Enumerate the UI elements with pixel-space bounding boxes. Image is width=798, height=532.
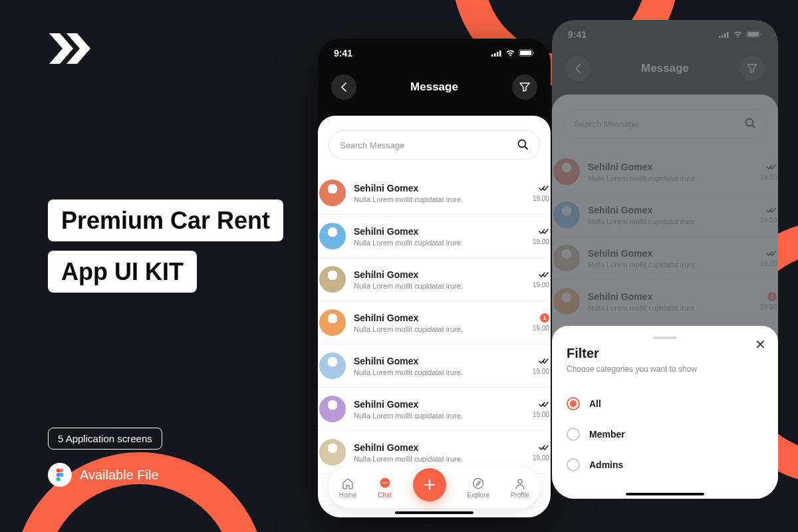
available-label: Available File: [80, 467, 159, 483]
tab-chat[interactable]: Chat: [378, 477, 392, 499]
svg-point-4: [57, 477, 61, 481]
radio-label: Member: [589, 429, 625, 440]
chat-row[interactable]: Sehilni Gomex Nulla Lorem mollit cupidat…: [318, 215, 551, 258]
chat-time: 19.00: [533, 325, 549, 332]
status-bar: 9:41: [318, 39, 551, 68]
search-icon: [517, 138, 529, 152]
profile-icon: [513, 477, 527, 490]
svg-point-1: [59, 468, 63, 472]
radio-icon: [567, 428, 580, 441]
figma-icon: [48, 463, 72, 487]
wifi-icon: [505, 48, 515, 59]
chat-time: 19.00: [533, 411, 549, 418]
home-icon: [341, 477, 354, 490]
chat-name: Sehilni Gomex: [354, 399, 525, 410]
avatar: [319, 266, 346, 293]
search-placeholder: Search Message: [340, 140, 405, 150]
screens-count-badge: 5 Application screens: [48, 428, 162, 450]
svg-point-12: [519, 140, 526, 147]
filter-option[interactable]: Member: [567, 419, 763, 450]
tab-label: Chat: [378, 491, 392, 499]
radio-label: Admins: [589, 460, 623, 470]
filter-title: Filter: [567, 346, 763, 361]
svg-point-15: [384, 482, 386, 483]
chat-time: 19.00: [533, 281, 549, 289]
tab-explore[interactable]: Explore: [467, 477, 489, 499]
chat-name: Sehilni Gomex: [354, 442, 525, 453]
chat-name: Sehilni Gomex: [354, 356, 525, 366]
search-input[interactable]: Search Message: [329, 130, 540, 160]
avatar: [319, 180, 346, 206]
chat-icon: [378, 477, 392, 490]
chat-preview: Nulla Lorem mollit cupidatat irure.: [354, 282, 525, 290]
filter-option[interactable]: Admins: [567, 450, 763, 480]
read-check-icon: [539, 269, 549, 281]
chat-preview: Nulla Lorem mollit cupidatat irure.: [354, 368, 525, 376]
radio-icon: [567, 397, 580, 410]
tab-bar: Home Chat Explore Profile: [329, 467, 540, 508]
avatar: [319, 223, 346, 249]
title-line-1: Premium Car Rent: [48, 200, 283, 241]
read-check-icon: [539, 182, 549, 194]
chat-time: 19.00: [533, 368, 549, 375]
content-sheet: Search Message Sehilni Gomex Nulla Lorem…: [318, 116, 551, 517]
avatar: [319, 309, 346, 336]
chat-name: Sehilni Gomex: [354, 183, 525, 194]
read-check-icon: [539, 442, 549, 454]
page-title: Message: [410, 80, 458, 94]
home-indicator: [626, 493, 704, 495]
filter-bottom-sheet: ✕ Filter Choose categories you want to s…: [552, 326, 778, 499]
chat-time: 19.00: [533, 195, 549, 202]
chat-time: 19.00: [533, 238, 549, 245]
home-indicator: [395, 511, 473, 514]
fab-new[interactable]: [413, 468, 446, 501]
tab-profile[interactable]: Profile: [511, 477, 529, 499]
read-check-icon: [539, 355, 549, 367]
status-time: 9:41: [334, 48, 352, 59]
tab-label: Explore: [467, 491, 489, 499]
chat-row[interactable]: Sehilni Gomex Nulla Lorem mollit cupidat…: [318, 258, 551, 301]
chat-name: Sehilni Gomex: [354, 313, 525, 323]
read-check-icon: [539, 225, 549, 237]
sheet-handle[interactable]: [653, 336, 677, 339]
chat-preview: Nulla Lorem mollit cupidatat irure.: [354, 196, 525, 203]
available-file-row: Available File: [48, 463, 159, 487]
unread-badge: 1: [540, 313, 549, 323]
svg-point-16: [386, 482, 388, 483]
chat-row[interactable]: Sehilni Gomex Nulla Lorem mollit cupidat…: [318, 301, 551, 344]
phone-message-list: 9:41 Message Search Message Sehilni Gome…: [318, 39, 551, 517]
chat-preview: Nulla Lorem mollit cupidatat irure.: [354, 412, 525, 420]
chat-preview: Nulla Lorem mollit cupidatat irure.: [354, 325, 525, 333]
radio-label: All: [589, 398, 601, 409]
svg-rect-6: [494, 53, 496, 57]
radio-icon: [567, 458, 580, 471]
chat-name: Sehilni Gomex: [354, 226, 525, 237]
signal-icon: [491, 48, 502, 59]
avatar: [319, 352, 346, 379]
tab-home[interactable]: Home: [339, 477, 357, 499]
chat-name: Sehilni Gomex: [354, 269, 525, 280]
tab-label: Home: [339, 491, 357, 499]
svg-rect-8: [499, 51, 501, 57]
chat-time: 19.00: [533, 454, 549, 462]
chat-preview: Nulla Lorem mollit cupidatat irure.: [354, 239, 525, 247]
chat-row[interactable]: Sehilni Gomex Nulla Lorem mollit cupidat…: [318, 344, 551, 388]
phone-filter-modal: 9:41 Message Search Message Sehilni Gome…: [552, 20, 778, 499]
close-icon[interactable]: ✕: [755, 336, 766, 352]
back-button[interactable]: [331, 74, 356, 100]
avatar: [319, 396, 346, 422]
chat-row[interactable]: Sehilni Gomex Nulla Lorem mollit cupidat…: [318, 388, 551, 431]
title-line-2: App UI KIT: [48, 251, 197, 293]
filter-button[interactable]: [512, 74, 537, 100]
svg-point-14: [382, 482, 384, 483]
svg-point-17: [473, 478, 483, 488]
top-bar: Message: [318, 68, 551, 106]
svg-rect-10: [520, 51, 531, 55]
svg-rect-5: [491, 55, 493, 57]
svg-point-3: [59, 473, 63, 477]
filter-option[interactable]: All: [567, 388, 763, 419]
chat-row[interactable]: Sehilni Gomex Nulla Lorem mollit cupidat…: [318, 172, 551, 215]
avatar: [319, 439, 346, 466]
svg-rect-7: [497, 52, 499, 57]
hero-title: Premium Car Rent App UI KIT: [48, 200, 283, 302]
